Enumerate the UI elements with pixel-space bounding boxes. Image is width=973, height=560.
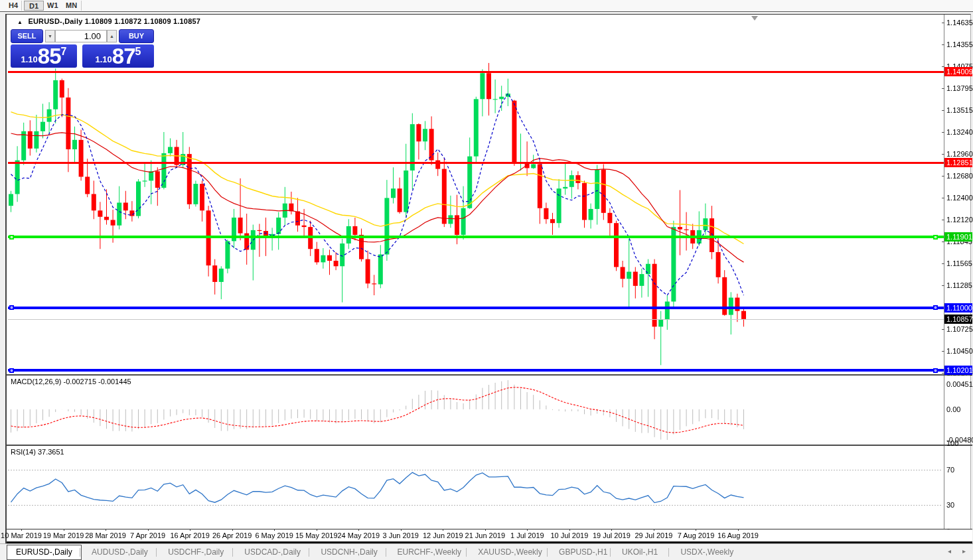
date-axis-tick-mark xyxy=(611,529,612,531)
sell-price-sup: 7 xyxy=(61,46,67,58)
date-axis-label: 19 Mar 2019 xyxy=(43,531,84,539)
timeframe-button-h4[interactable]: H4 xyxy=(4,1,23,11)
sell-price-big: 85 xyxy=(38,46,61,66)
price-axis-tick-mark xyxy=(942,44,944,45)
volume-increase-icon[interactable]: ▲ xyxy=(107,30,117,42)
price-axis-tick: 1.13240 xyxy=(946,128,973,136)
date-axis-tick-mark xyxy=(64,529,64,531)
sell-button[interactable]: SELL xyxy=(11,29,43,43)
price-axis-tick: 1.14355 xyxy=(946,40,973,48)
line-handle[interactable] xyxy=(933,305,938,310)
line-handle[interactable] xyxy=(9,368,14,373)
buy-button[interactable]: BUY xyxy=(119,29,154,43)
date-axis-label: 26 Apr 2019 xyxy=(212,531,252,539)
horizontal-line-1.12851[interactable] xyxy=(8,162,944,164)
macd-indicator-label: MACD(12,26,9) -0.002715 -0.001445 xyxy=(11,378,131,385)
price-axis-tick: 1.11285 xyxy=(946,281,972,289)
timeframe-button-mn[interactable]: MN xyxy=(61,1,82,11)
line-handle[interactable] xyxy=(9,305,14,310)
date-axis-tick-mark xyxy=(106,529,106,531)
price-axis-divider xyxy=(944,15,944,542)
tab-separator xyxy=(466,548,467,557)
date-axis-tick-mark xyxy=(696,529,696,531)
line-handle[interactable] xyxy=(933,235,938,240)
price-axis-tick: 1.12120 xyxy=(946,216,973,224)
symbol-tab-gbpusd-h1[interactable]: GBPUSD-,H1 xyxy=(550,545,616,559)
buy-price-sup: 5 xyxy=(135,46,141,58)
macd-pane-splitter[interactable] xyxy=(7,374,972,376)
date-axis-tick-mark xyxy=(274,529,275,531)
date-axis-label: 15 May 2019 xyxy=(295,531,338,539)
bid-price-tag: 1.10857 xyxy=(944,315,972,324)
price-axis-tick-mark xyxy=(942,132,944,133)
date-axis-tick-mark xyxy=(190,529,190,531)
symbol-tab-xauusd-weekly[interactable]: XAUUSD-,Weekly xyxy=(469,545,550,559)
price-axis-tick: 1.12960 xyxy=(946,150,973,158)
horizontal-line-1.14009[interactable] xyxy=(8,71,944,73)
macd-axis-tick: 0.004517 xyxy=(946,380,973,388)
timeframe-button-w1[interactable]: W1 xyxy=(42,1,63,11)
date-axis-label: 1 Jul 2019 xyxy=(510,531,544,539)
rsi-indicator-label: RSI(14) 37.3651 xyxy=(11,448,64,456)
price-axis-tick-mark xyxy=(942,351,944,352)
sell-price-box[interactable]: 1.10 85 7 xyxy=(11,44,77,68)
buy-price-prefix: 1.10 xyxy=(96,54,112,64)
date-axis-tick-mark xyxy=(527,529,528,531)
chart-shift-marker-icon[interactable] xyxy=(751,16,758,21)
timeframe-button-d1[interactable]: D1 xyxy=(24,1,44,11)
date-axis-tick-mark xyxy=(738,529,739,531)
date-axis: 10 Mar 201919 Mar 201928 Mar 20197 Apr 2… xyxy=(7,529,972,541)
date-axis-label: 29 Jul 2019 xyxy=(635,531,672,539)
price-axis-tick-mark xyxy=(942,110,944,111)
chart-ohlc-values: 1.10809 1.10872 1.10809 1.10857 xyxy=(85,17,200,25)
date-axis-label: 28 Mar 2019 xyxy=(85,531,126,539)
symbol-tab-usdcnh-daily[interactable]: USDCNH-,Daily xyxy=(312,545,386,559)
tab-separator xyxy=(156,548,157,557)
price-line-tag-1.14009: 1.14009 xyxy=(944,67,972,76)
rsi-axis-tick: 100 xyxy=(946,439,958,447)
macd-pane-canvas xyxy=(8,376,944,444)
price-chart-canvas[interactable] xyxy=(8,15,944,374)
price-axis-tick-mark xyxy=(942,88,944,89)
date-axis-label: 3 Jun 2019 xyxy=(383,531,419,539)
tab-scroll-right-icon[interactable]: ▸ xyxy=(962,547,966,555)
collapse-panel-icon[interactable]: ▲ xyxy=(17,19,23,25)
symbol-tab-eurchf-weekly[interactable]: EURCHF-,Weekly xyxy=(389,545,470,559)
tab-scroll-left-icon[interactable]: ◂ xyxy=(948,547,951,555)
horizontal-line-1.11901[interactable] xyxy=(8,236,944,238)
tab-separator xyxy=(232,548,233,557)
symbol-tab-usdcad-daily[interactable]: USDCAD-,Daily xyxy=(236,545,309,559)
buy-price-box[interactable]: 1.10 87 5 xyxy=(82,44,154,68)
date-axis-tick-mark xyxy=(443,529,443,531)
symbol-tab-usdchf-daily[interactable]: USDCHF-,Daily xyxy=(159,545,232,559)
price-axis-tick-mark xyxy=(942,329,944,330)
symbol-tab-audusd-daily[interactable]: AUDUSD-,Daily xyxy=(83,545,157,559)
volume-decrease-icon[interactable]: ▼ xyxy=(45,30,55,42)
date-axis-tick-mark xyxy=(21,529,22,531)
date-axis-tick-mark xyxy=(569,529,570,531)
line-handle[interactable] xyxy=(9,235,14,240)
tab-separator xyxy=(610,548,611,557)
date-axis-tick-mark xyxy=(654,529,654,531)
rsi-axis-tick: 30 xyxy=(946,501,954,509)
date-axis-tick-mark xyxy=(485,529,486,531)
symbol-tab-usdx-weekly[interactable]: USDX-,Weekly xyxy=(672,545,742,559)
date-axis-tick-mark xyxy=(232,529,233,531)
rsi-pane-splitter[interactable] xyxy=(7,445,972,446)
one-click-trade-panel: SELL ▼ ▲ BUY 1.10 85 7 1.10 87 5 xyxy=(11,29,154,68)
tab-separator xyxy=(386,548,386,557)
price-line-tag-1.12851: 1.12851 xyxy=(944,158,972,167)
tab-separator xyxy=(309,548,309,557)
price-axis-tick-mark xyxy=(942,198,944,198)
symbol-tab-eurusd-daily[interactable]: EURUSD-,Daily xyxy=(7,545,82,560)
symbol-tab-ukoil-h1[interactable]: UKOil-,H1 xyxy=(613,545,666,559)
horizontal-line-1.10201[interactable] xyxy=(8,369,944,372)
rsi-pane-canvas xyxy=(8,447,944,529)
toolbar-separator xyxy=(81,1,82,11)
rsi-axis-tick: 70 xyxy=(946,466,954,474)
line-handle[interactable] xyxy=(933,368,938,373)
volume-input[interactable] xyxy=(55,30,107,42)
horizontal-line-1.11000[interactable] xyxy=(8,307,944,309)
price-axis-tick: 1.10725 xyxy=(946,325,973,333)
date-axis-label: 16 Aug 2019 xyxy=(717,531,759,539)
